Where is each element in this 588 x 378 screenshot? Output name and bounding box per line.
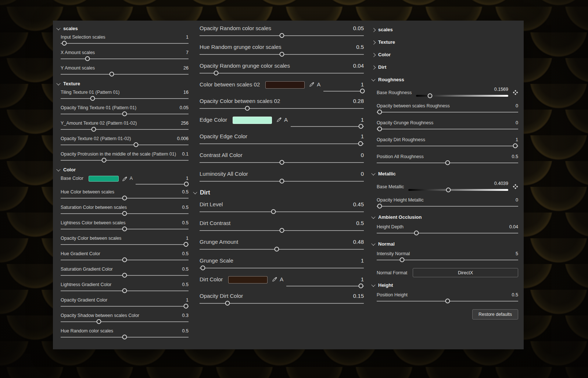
slider-handle[interactable] [358, 284, 363, 288]
slider-handle[interactable] [445, 299, 450, 303]
expose-parameter-icon[interactable] [513, 90, 518, 95]
slider-handle[interactable] [446, 188, 451, 192]
slider-handle[interactable] [90, 96, 95, 101]
slider-handle[interactable] [279, 160, 284, 165]
slider[interactable] [61, 288, 189, 293]
slider-track[interactable] [291, 126, 364, 127]
slider-track[interactable] [61, 74, 189, 75]
slider[interactable] [200, 301, 364, 306]
slider-handle[interactable] [225, 301, 230, 306]
slider-track[interactable] [61, 145, 189, 145]
slider-handle[interactable] [102, 158, 107, 163]
slider-handle[interactable] [279, 179, 284, 183]
slider[interactable] [61, 304, 189, 309]
section-header-color[interactable]: Color [57, 167, 189, 172]
slider[interactable] [200, 265, 364, 270]
section-header-metallic[interactable]: Metallic [372, 171, 518, 176]
slider-handle[interactable] [279, 52, 284, 57]
slider[interactable] [200, 52, 364, 57]
slider-handle[interactable] [184, 182, 189, 186]
slider-handle[interactable] [134, 142, 139, 147]
eyedropper-icon[interactable] [272, 277, 277, 282]
section-header-scales[interactable]: scales [57, 26, 189, 31]
slider[interactable] [61, 72, 189, 76]
slider-track[interactable] [200, 249, 364, 250]
slider-handle[interactable] [245, 106, 250, 111]
slider-track[interactable] [377, 233, 518, 233]
eyedropper-icon[interactable] [309, 82, 315, 87]
slider-handle[interactable] [184, 242, 189, 247]
slider-handle[interactable] [122, 273, 127, 278]
slider[interactable] [377, 299, 518, 303]
slider-track[interactable] [61, 306, 189, 307]
slider-track[interactable] [200, 303, 364, 304]
slider-track[interactable] [377, 260, 518, 260]
slider-handle[interactable] [122, 288, 127, 293]
slider[interactable] [61, 196, 189, 200]
slider-handle[interactable] [62, 41, 67, 46]
slider-track[interactable] [61, 244, 189, 245]
slider-track[interactable] [286, 286, 364, 286]
slider-handle[interactable] [360, 89, 365, 93]
expose-parameter-icon[interactable] [513, 184, 518, 189]
slider[interactable] [61, 257, 189, 262]
slider[interactable] [200, 33, 364, 38]
slider-track[interactable] [200, 73, 364, 74]
slider-handle[interactable] [184, 304, 189, 309]
slider-handle[interactable] [414, 231, 419, 235]
slider-track[interactable] [200, 108, 364, 109]
slider-handle[interactable] [122, 196, 127, 200]
section-header-texture[interactable]: Texture [372, 39, 518, 45]
color-swatch[interactable] [228, 276, 268, 284]
slider-handle[interactable] [122, 211, 127, 216]
slider[interactable] [323, 89, 364, 93]
slider-handle[interactable] [92, 127, 96, 132]
gradient-slider-track[interactable] [408, 189, 508, 191]
slider-track[interactable] [377, 146, 518, 146]
slider-handle[interactable] [279, 33, 284, 38]
section-header-dirt[interactable]: Dirt [372, 64, 518, 70]
slider-handle[interactable] [275, 247, 279, 252]
slider-handle[interactable] [271, 209, 276, 214]
slider[interactable] [200, 71, 364, 75]
slider[interactable] [200, 247, 364, 252]
slider[interactable] [377, 143, 518, 148]
section-header-dirt[interactable]: Dirt [194, 189, 364, 196]
slider-track[interactable] [136, 184, 189, 185]
slider[interactable] [200, 141, 364, 146]
slider-track[interactable] [61, 129, 189, 130]
slider[interactable] [377, 257, 518, 262]
normal-format-dropdown[interactable]: DirectX [413, 268, 518, 277]
slider-handle[interactable] [377, 204, 382, 208]
slider[interactable] [61, 242, 189, 247]
slider[interactable] [377, 160, 518, 165]
slider[interactable] [377, 126, 518, 131]
slider-track[interactable] [61, 160, 189, 161]
gradient-slider[interactable] [408, 188, 508, 192]
color-swatch[interactable] [89, 176, 119, 182]
section-header-ambient-occlusion[interactable]: Ambient Occlusion [372, 214, 518, 220]
slider[interactable] [200, 228, 364, 233]
slider[interactable] [286, 284, 364, 288]
section-header-roughness[interactable]: Roughness [372, 77, 518, 82]
eyedropper-icon[interactable] [276, 117, 282, 122]
slider-handle[interactable] [85, 56, 90, 61]
slider[interactable] [200, 209, 364, 214]
slider-track[interactable] [377, 129, 518, 129]
slider-track[interactable] [61, 43, 189, 44]
slider[interactable] [61, 111, 189, 116]
slider[interactable] [200, 179, 364, 183]
eyedropper-icon[interactable] [122, 176, 128, 182]
slider-handle[interactable] [214, 71, 218, 75]
slider[interactable] [61, 96, 189, 101]
slider-track[interactable] [377, 206, 518, 207]
slider-track[interactable] [377, 112, 518, 113]
gradient-slider[interactable] [416, 93, 508, 98]
slider[interactable] [377, 110, 518, 114]
slider-handle[interactable] [200, 265, 205, 270]
slider-handle[interactable] [110, 72, 114, 76]
slider-handle[interactable] [400, 257, 405, 262]
slider[interactable] [61, 273, 189, 278]
slider-handle[interactable] [122, 335, 127, 339]
slider-handle[interactable] [513, 143, 518, 148]
